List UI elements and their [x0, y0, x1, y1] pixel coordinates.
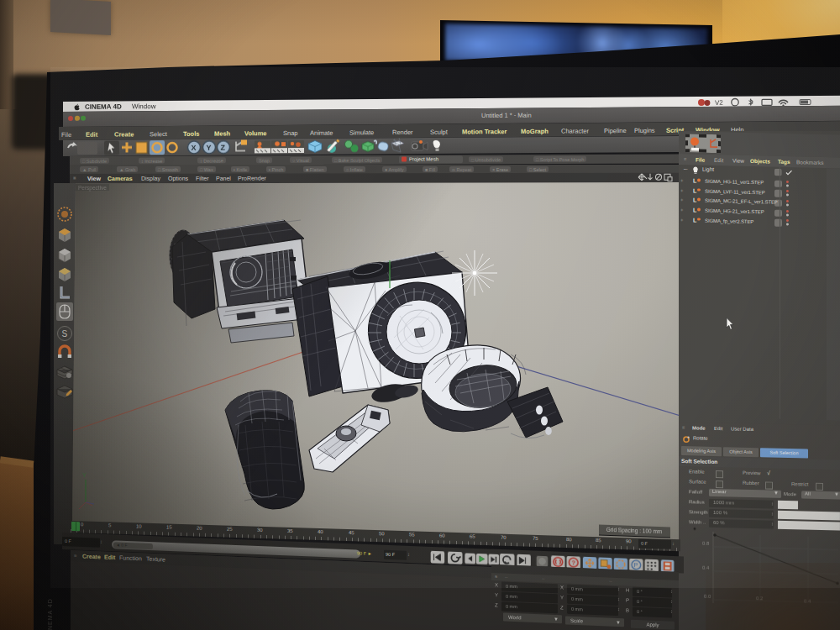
svg-text:P: P	[633, 561, 638, 569]
svg-text:S: S	[62, 329, 68, 339]
svg-text:?: ?	[571, 559, 575, 566]
svg-text:X: X	[192, 143, 197, 151]
svg-text:V2: V2	[715, 99, 723, 107]
svg-text:Y: Y	[207, 143, 212, 151]
svg-text:Z: Z	[221, 143, 226, 151]
svg-text:0.8: 0.8	[702, 541, 710, 546]
